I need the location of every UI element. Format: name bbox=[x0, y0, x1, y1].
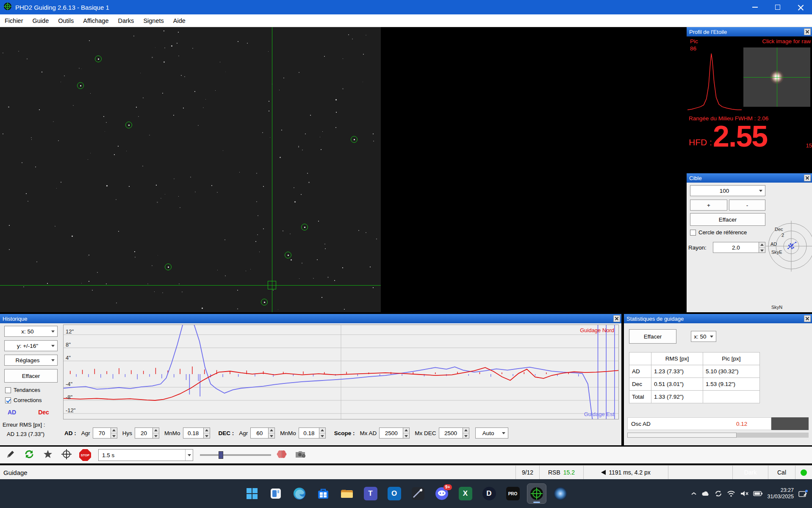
stats-horizontal-scrollbar[interactable] bbox=[627, 433, 809, 438]
stats-value: 1.33 (7.92") bbox=[651, 391, 703, 403]
menu-item-darks[interactable]: Darks bbox=[114, 14, 139, 27]
taskbar-app-outlook[interactable]: O bbox=[385, 484, 404, 503]
taskbar-app-start[interactable] bbox=[243, 484, 261, 503]
history-yscale-dropdown[interactable]: y: +/-16" bbox=[4, 340, 58, 351]
taskbar-app-procam[interactable]: PRO bbox=[504, 484, 522, 503]
taskbar-clock[interactable]: 23:27 31/03/2025 bbox=[767, 487, 794, 500]
star bbox=[64, 75, 65, 76]
radius-value[interactable] bbox=[713, 242, 759, 253]
minimize-button[interactable] bbox=[743, 0, 766, 14]
mxad-stepper[interactable] bbox=[379, 427, 410, 439]
taskbar-app-stellarium[interactable] bbox=[551, 484, 570, 503]
stop-button[interactable]: STOP bbox=[77, 448, 93, 462]
dec-mnmo-label: MnMo bbox=[280, 430, 296, 436]
dec-mnmo-stepper[interactable] bbox=[299, 427, 326, 439]
ra-hys-stepper[interactable] bbox=[135, 427, 159, 439]
corrections-checkbox[interactable] bbox=[5, 397, 11, 403]
zoom-in-button[interactable]: + bbox=[690, 200, 727, 211]
taskbar-app-photos[interactable] bbox=[409, 484, 427, 503]
menu-item-fichier[interactable]: Fichier bbox=[0, 14, 28, 27]
taskbar-app-discord[interactable]: 9+ bbox=[432, 484, 451, 503]
history-settings-dropdown[interactable]: Réglages bbox=[4, 355, 58, 366]
star bbox=[335, 99, 337, 100]
star bbox=[154, 291, 155, 292]
ra-aggr-stepper[interactable] bbox=[93, 427, 117, 439]
touch-keyboard-icon[interactable] bbox=[798, 489, 808, 498]
reference-circle-checkbox[interactable] bbox=[690, 230, 696, 236]
battery-icon[interactable] bbox=[753, 491, 762, 496]
legend-ad: AD bbox=[8, 409, 16, 416]
wifi-icon[interactable] bbox=[727, 490, 735, 497]
star-profile-title: Profil de l'Etoile bbox=[689, 29, 727, 35]
close-icon[interactable] bbox=[804, 175, 811, 181]
starfield-image[interactable] bbox=[0, 27, 381, 312]
auto-select-star-button[interactable] bbox=[40, 448, 56, 462]
tray-chevron-icon[interactable] bbox=[691, 491, 697, 496]
maximize-button[interactable] bbox=[766, 0, 789, 14]
star bbox=[9, 249, 10, 250]
stats-clear-button[interactable]: Effacer bbox=[629, 329, 676, 344]
stretch-slider[interactable] bbox=[200, 450, 271, 461]
taskbar-app-excel[interactable]: X bbox=[456, 484, 475, 503]
connect-equipment-button[interactable] bbox=[3, 448, 19, 462]
star bbox=[8, 106, 9, 108]
radius-stepper[interactable] bbox=[713, 242, 765, 253]
sync-arrows-icon[interactable] bbox=[715, 490, 722, 497]
stepper-arrows[interactable] bbox=[759, 242, 765, 253]
star bbox=[35, 167, 36, 167]
history-clear-button[interactable]: Effacer bbox=[4, 369, 58, 383]
osc-row-overflow bbox=[771, 417, 809, 430]
menu-item-outils[interactable]: Outils bbox=[53, 14, 78, 27]
star bbox=[183, 108, 184, 108]
star bbox=[58, 140, 59, 141]
taskbar-app-edge[interactable] bbox=[290, 484, 309, 503]
stepper-up-icon[interactable] bbox=[759, 242, 765, 248]
onedrive-cloud-icon[interactable] bbox=[701, 490, 710, 497]
loop-exposure-button[interactable] bbox=[21, 448, 37, 462]
menu-item-signets[interactable]: Signets bbox=[139, 14, 168, 27]
history-panel: Historique x: 50 y: +/-16" Réglages Effa… bbox=[0, 314, 621, 445]
stats-xscale-dropdown[interactable]: x: 50 bbox=[691, 331, 716, 342]
snr-cell: RSB 15.2 bbox=[539, 466, 583, 479]
star bbox=[354, 139, 355, 140]
target-zoom-dropdown[interactable]: 100 bbox=[690, 185, 765, 196]
camera-properties-button[interactable] bbox=[292, 448, 308, 462]
history-xscale-dropdown[interactable]: x: 50 bbox=[4, 326, 58, 337]
taskbar-app-widgets[interactable] bbox=[266, 484, 285, 503]
close-button[interactable] bbox=[789, 0, 812, 14]
star bbox=[116, 199, 116, 200]
close-icon[interactable] bbox=[804, 28, 811, 35]
menu-item-aide[interactable]: Aide bbox=[169, 14, 190, 27]
dec-mode-dropdown[interactable]: Auto bbox=[475, 427, 508, 439]
ra-hys-label: Hys bbox=[122, 430, 132, 436]
guide-history-graph[interactable]: 12"8"4"-4"-8"-12"Guidage NordGuidage Est bbox=[63, 325, 619, 419]
taskbar-app-teams[interactable]: T bbox=[361, 484, 380, 503]
ra-mnmo-stepper[interactable] bbox=[183, 427, 210, 439]
stepper-down-icon[interactable] bbox=[759, 248, 765, 253]
mxdec-stepper[interactable] bbox=[439, 427, 469, 439]
target-clear-button[interactable]: Effacer bbox=[690, 213, 765, 226]
star bbox=[224, 239, 225, 240]
start-guiding-button[interactable] bbox=[58, 448, 75, 462]
advanced-settings-button[interactable] bbox=[274, 448, 290, 462]
star bbox=[322, 131, 323, 132]
volume-muted-icon[interactable] bbox=[740, 490, 748, 497]
taskbar-app-explorer[interactable] bbox=[338, 484, 356, 503]
star bbox=[324, 244, 325, 244]
taskbar-app-dss[interactable]: D bbox=[480, 484, 499, 503]
taskbar-app-store[interactable] bbox=[314, 484, 333, 503]
close-icon[interactable] bbox=[613, 315, 620, 322]
zoom-out-button[interactable]: - bbox=[729, 200, 765, 211]
menu-item-affichage[interactable]: Affichage bbox=[78, 14, 113, 27]
slider-thumb[interactable] bbox=[219, 451, 223, 459]
trendlines-checkbox[interactable] bbox=[5, 387, 11, 393]
taskbar-app-phd2[interactable] bbox=[527, 484, 546, 503]
star bbox=[171, 45, 172, 47]
guide-star-thumbnail[interactable] bbox=[743, 47, 810, 107]
menu-item-guide[interactable]: Guide bbox=[28, 14, 54, 27]
scrollbar-thumb[interactable] bbox=[627, 433, 737, 438]
star bbox=[156, 185, 157, 186]
close-icon[interactable] bbox=[804, 315, 811, 322]
dec-aggr-stepper[interactable] bbox=[250, 427, 275, 439]
exposure-dropdown[interactable]: 1.5 s bbox=[98, 449, 193, 461]
